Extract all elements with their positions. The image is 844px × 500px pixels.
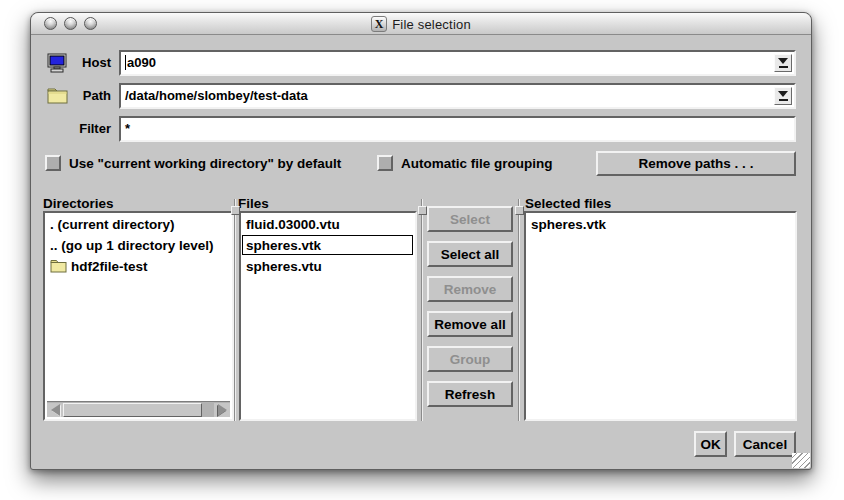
chevron-down-icon [778, 58, 788, 64]
files-list[interactable]: fluid.03000.vtu spheres.vtk spheres.vtu [239, 211, 417, 421]
path-dropdown-button[interactable] [774, 87, 792, 105]
file-selection-window: X File selection Host a090 Path /data/ho… [30, 12, 812, 470]
path-label: Path [59, 83, 111, 109]
path-input[interactable]: /data/home/slombey/test-data [119, 83, 796, 109]
ok-button[interactable]: OK [694, 431, 727, 457]
file-name: fluid.03000.vtu [246, 215, 340, 234]
resize-grip[interactable] [792, 453, 810, 468]
dropdown-dash-icon [779, 66, 788, 68]
directory-name: .. (go up 1 directory level) [50, 236, 214, 255]
window-title: File selection [392, 17, 471, 32]
directories-header: Directories [43, 196, 114, 211]
scrollbar-thumb[interactable] [63, 403, 202, 417]
splitter-handle[interactable] [518, 199, 520, 421]
files-header: Files [238, 196, 269, 211]
selected-files-header: Selected files [525, 196, 611, 211]
group-button[interactable]: Group [427, 346, 513, 372]
directory-name: hdf2file-test [71, 257, 148, 276]
list-item[interactable]: spheres.vtu [242, 256, 413, 276]
arrow-left-icon [51, 404, 60, 416]
title-bar[interactable]: X File selection [31, 13, 811, 35]
path-value: /data/home/slombey/test-data [125, 88, 308, 103]
splitter-handle[interactable] [421, 199, 423, 421]
dropdown-dash-icon [779, 99, 788, 101]
cancel-button[interactable]: Cancel [734, 431, 796, 457]
select-all-button[interactable]: Select all [427, 241, 513, 267]
list-item[interactable]: .. (go up 1 directory level) [46, 235, 230, 255]
refresh-button[interactable]: Refresh [427, 381, 513, 407]
folder-icon [50, 259, 67, 273]
list-item[interactable]: spheres.vtk [242, 235, 413, 255]
use-cwd-label: Use "current working directory" by defau… [69, 156, 341, 171]
splitter-grip[interactable] [418, 206, 427, 215]
filter-value: * [125, 121, 130, 136]
filter-label: Filter [59, 116, 111, 142]
host-dropdown-button[interactable] [774, 54, 792, 72]
file-name: spheres.vtk [531, 215, 606, 234]
splitter-grip[interactable] [515, 206, 524, 215]
directory-name: . (current directory) [50, 215, 175, 234]
chevron-down-icon [778, 91, 788, 97]
title-group: X File selection [31, 13, 811, 35]
list-item[interactable]: . (current directory) [46, 214, 230, 234]
file-name: spheres.vtu [246, 257, 322, 276]
auto-grouping-checkbox[interactable] [377, 155, 393, 171]
splitter-handle[interactable] [234, 199, 236, 421]
scroll-right-button[interactable] [214, 403, 230, 417]
use-cwd-checkbox[interactable] [45, 155, 61, 171]
filter-input[interactable]: * [119, 116, 796, 142]
x11-app-icon: X [371, 16, 387, 32]
scroll-left-button[interactable] [47, 403, 63, 417]
auto-grouping-label: Automatic file grouping [401, 156, 553, 171]
file-name: spheres.vtk [246, 236, 321, 255]
horizontal-scrollbar[interactable] [47, 401, 230, 417]
selected-files-list[interactable]: spheres.vtk [524, 211, 797, 421]
select-button[interactable]: Select [427, 206, 513, 232]
arrow-right-icon [218, 404, 227, 416]
list-item[interactable]: spheres.vtk [527, 214, 793, 234]
host-label: Host [59, 50, 111, 76]
remove-all-button[interactable]: Remove all [427, 311, 513, 337]
directories-list[interactable]: . (current directory) .. (go up 1 direct… [43, 211, 234, 421]
host-input[interactable]: a090 [119, 50, 796, 76]
remove-paths-button[interactable]: Remove paths . . . [596, 151, 796, 176]
text-caret [125, 55, 126, 70]
host-value: a090 [127, 55, 156, 70]
list-item[interactable]: fluid.03000.vtu [242, 214, 413, 234]
remove-button[interactable]: Remove [427, 276, 513, 302]
list-item[interactable]: hdf2file-test [46, 256, 230, 276]
